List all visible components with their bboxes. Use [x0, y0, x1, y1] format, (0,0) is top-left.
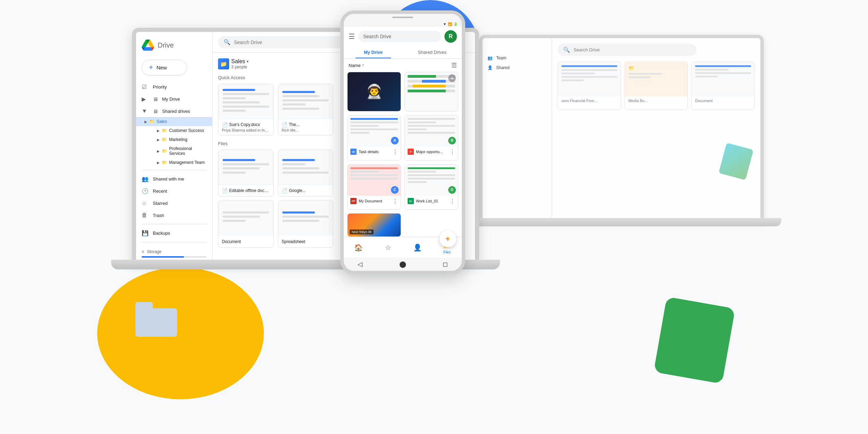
- mobile-avatar[interactable]: R: [444, 30, 457, 43]
- sidebar-item-starred[interactable]: ☆ Starred: [136, 197, 207, 209]
- laptop2-file-1[interactable]: oors Financial Fore...: [558, 61, 621, 110]
- file-extra-2-lines: [278, 207, 333, 228]
- mobile-file-task[interactable]: A W Task details ⋮: [347, 115, 401, 161]
- tree-professional-services[interactable]: ▶ 📁 Professional Services: [149, 144, 212, 158]
- storage-label: Storage: [147, 249, 161, 254]
- phone-notch: [344, 14, 462, 21]
- opportunity-more-icon[interactable]: ⋮: [450, 149, 455, 155]
- tree-cs-label: Customer Success: [169, 128, 204, 133]
- preview-line-short: [223, 97, 246, 99]
- tab-my-drive[interactable]: My Drive: [344, 46, 403, 58]
- mobile-file-my-document[interactable]: C PP My Document ⋮: [347, 164, 401, 210]
- fab-button[interactable]: +: [440, 231, 456, 247]
- file-card-google[interactable]: 📄 Google...: [278, 150, 333, 197]
- mobile-file-opportunity[interactable]: B P Major opportu... ⋮: [404, 115, 458, 161]
- file-card-editable[interactable]: 📄 Editable offline docu...: [218, 150, 274, 197]
- android-recents-btn[interactable]: ◻: [443, 260, 448, 268]
- drive-logo: Drive: [136, 36, 212, 57]
- file-card-the[interactable]: 📄 The... Rich Me...: [278, 84, 333, 135]
- file-card-extra-2[interactable]: Spreadsheet: [278, 200, 333, 248]
- mobile-file-work-list[interactable]: D XL Work List_01 ⋮: [404, 164, 458, 210]
- android-home-btn[interactable]: ⬤: [399, 260, 406, 268]
- extra-1-line-1: [223, 211, 269, 214]
- astronaut-preview: 👨‍🚀: [348, 72, 401, 111]
- gantt-preview: ★: [405, 72, 458, 111]
- android-back-btn[interactable]: ◁: [358, 260, 362, 268]
- google-line-1: [282, 159, 315, 161]
- laptop2-file-2[interactable]: 📁 Media Bu...: [625, 61, 688, 110]
- work-list-name-row: XL Work List_01: [408, 198, 450, 204]
- nav-starred[interactable]: ☆: [373, 237, 403, 258]
- android-nav: ◁ ⬤ ◻: [344, 258, 462, 271]
- gantt-bar-green-2: [408, 90, 446, 92]
- tree-item-sales[interactable]: ▶ 📁 Sales: [136, 117, 212, 126]
- tree-management-team[interactable]: ▶ 📁 Management Team: [149, 158, 212, 167]
- wl-line-1: [408, 167, 455, 169]
- file-editable-info: 📄 Editable offline docu...: [218, 185, 273, 196]
- sidebar-item-shared-with-me[interactable]: 👥 Shared with me: [136, 173, 207, 185]
- laptop2-search[interactable]: 🔍 Search Drive: [558, 44, 696, 56]
- shared-drives-expand-icon: ▼: [142, 108, 149, 114]
- tree-customer-success[interactable]: ▶ 📁 Customer Success: [149, 126, 212, 135]
- sales-folder-color-icon: 📁: [218, 58, 229, 69]
- editable-line-3: [223, 167, 260, 169]
- mt-arrow: ▶: [157, 161, 160, 165]
- opportunity-name: Major opportu...: [416, 150, 443, 154]
- task-more-icon[interactable]: ⋮: [392, 149, 398, 155]
- mobile-file-tokyo[interactable]: Next Tokyo 38 A Next Tokyo 38 ⋮: [347, 213, 401, 237]
- opportunity-name-row: P Major opportu...: [408, 149, 450, 155]
- tree-marketing[interactable]: ▶ 📁 Marketing: [149, 135, 212, 144]
- phone-notch-bar: [392, 17, 413, 18]
- editable-line-4: [223, 172, 246, 174]
- task-line-5: [350, 132, 369, 134]
- mobile-file-gantt[interactable]: ★ XL Gantt chart ⋮: [404, 72, 458, 111]
- nav-shared[interactable]: 👤: [403, 237, 432, 258]
- sidebar-item-priority[interactable]: ☑ Priority: [136, 81, 207, 93]
- phone-status-bar: ▼ 📶 🔋: [344, 21, 462, 27]
- my-document-info: PP My Document ⋮: [348, 196, 401, 207]
- sort-label[interactable]: Name ↑: [349, 63, 364, 68]
- mobile-search-box[interactable]: Search Drive: [358, 31, 441, 42]
- laptop2-files-grid: oors Financial Fore... 📁 Media Bu...: [558, 61, 755, 110]
- file-card-sues-copy[interactable]: 📄 Sue's Copy.docx Priya Sharma edited in…: [218, 84, 274, 135]
- mobile-file-astronaut[interactable]: 👨‍🚀 A astronaut.jpg ⋮: [347, 72, 401, 111]
- file-extra-2-name: Spreadsheet: [282, 239, 305, 244]
- preview-line-1: [223, 93, 269, 95]
- shared-with-me-icon: 👥: [142, 176, 149, 182]
- sidebar-item-my-drive[interactable]: ▶ 🖥 My Drive: [136, 93, 207, 105]
- laptop2-search-text: Search Drive: [574, 47, 600, 52]
- doc-icon-sues: 📄: [222, 122, 228, 127]
- file-extra-1-name: Document: [222, 239, 241, 244]
- storage-bar-fill: [142, 256, 184, 258]
- backups-icon: 💾: [142, 230, 149, 236]
- file-card-extra-1[interactable]: Document: [218, 200, 274, 248]
- sidebar-backups-label: Backups: [153, 231, 170, 236]
- tab-shared-drives[interactable]: Shared Drives: [403, 46, 462, 58]
- sidebar-my-drive-label: My Drive: [162, 97, 180, 102]
- file-extra-2-preview: [278, 200, 333, 235]
- preview-line-short-2: [223, 110, 246, 112]
- tree-marketing-label: Marketing: [169, 137, 187, 142]
- list-view-icon[interactable]: ☰: [451, 61, 457, 69]
- sidebar-item-backups[interactable]: 💾 Backups: [136, 227, 207, 239]
- laptop2-file-3[interactable]: Document: [691, 61, 755, 110]
- sidebar-item-trash[interactable]: 🗑 Trash: [136, 209, 207, 221]
- recent-icon: 🕐: [142, 188, 149, 194]
- nav-shared-icon: 👤: [413, 243, 422, 252]
- opportunity-preview: B: [405, 115, 458, 147]
- sidebar-item-shared-drives[interactable]: ▼ 🖥 Shared drives: [136, 105, 207, 117]
- new-button[interactable]: + New: [142, 60, 187, 75]
- nav-home[interactable]: 🏠: [344, 237, 373, 258]
- gantt-line-4: [408, 90, 455, 92]
- task-line-4: [350, 128, 398, 130]
- hamburger-icon[interactable]: ☰: [349, 32, 355, 41]
- my-document-more-icon[interactable]: ⋮: [392, 198, 398, 205]
- folder-name-row: Sales ▾: [231, 58, 249, 65]
- work-list-more-icon[interactable]: ⋮: [450, 198, 455, 205]
- task-name-row: W Task details: [350, 149, 392, 155]
- sidebar-shared-drives-label: Shared drives: [162, 109, 190, 114]
- starred-icon: ☆: [142, 200, 149, 207]
- sidebar-item-recent[interactable]: 🕐 Recent: [136, 185, 207, 197]
- priority-icon: ☑: [142, 84, 149, 90]
- file-card-the-meta: Rich Me...: [282, 128, 329, 132]
